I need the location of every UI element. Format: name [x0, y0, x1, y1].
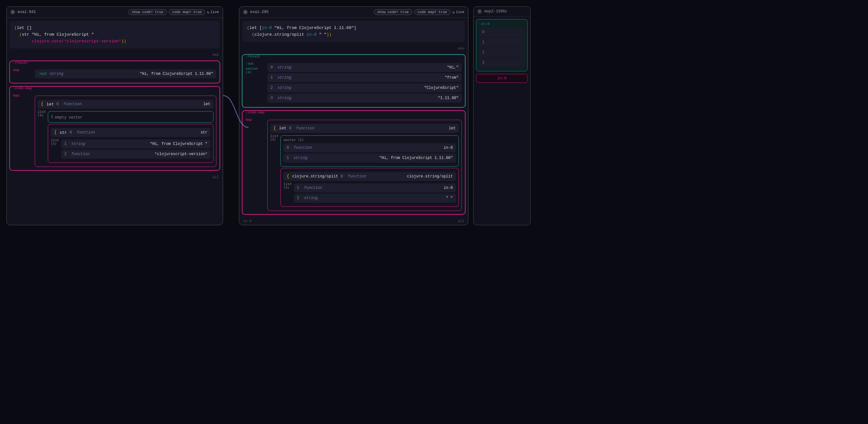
out-keyword-1: :out [38, 72, 47, 76]
str-row0-type: function [76, 130, 99, 135]
result-label-1: :result [13, 61, 28, 65]
panel-header-2: × eval-295 show code? true code map? tru… [239, 7, 468, 18]
in0-badge-3: in-0 [478, 76, 525, 80]
code-map-sublabel-2: map [246, 118, 265, 122]
code-line-3: clojure.core/*clojurescript-version*)) [14, 38, 215, 45]
panel-eval-941: × eval-941 show code? true code map? tru… [6, 6, 223, 225]
show-code-badge-1[interactable]: show code? true [128, 9, 167, 15]
result-section-2: :result :out vector (4) 0 string "Hi," 1… [242, 54, 466, 108]
result-label-2: :result [246, 55, 260, 58]
code-map-badge-2[interactable]: code map? true [414, 9, 451, 15]
panel-title-1: eval-941 [18, 10, 36, 14]
code-map-inner-2: ( let 0 function let list (3) [267, 120, 462, 211]
str-row2: 2 function *clojurescript-version* [61, 150, 211, 159]
split-row1: 1 function in-0 [294, 184, 456, 192]
let-header-row-1: ( let 0 function let [38, 100, 214, 109]
panel-badges-2: show code? true code map? true ↻ live [374, 9, 464, 15]
code-map-badge-1[interactable]: code map? true [169, 9, 205, 15]
code-line-2-1: (let [in-0 "Hi, from ClojureScript 1.11.… [247, 25, 460, 32]
in0-label-3: :in-0 [479, 22, 525, 26]
result-row-0: 0 string "Hi," [267, 63, 462, 72]
vector-box-2: vector (2) 0 function in-0 [280, 135, 459, 167]
panel-map2: × map2-1996c :in-0 0 1 2 3 in-0 [473, 6, 531, 225]
code-map-sublabel-1: map [13, 94, 32, 97]
show-code-badge-2[interactable]: show code? true [374, 9, 412, 15]
str-row0-index: 0 [69, 130, 74, 135]
result-row-3: 3 string "1.11.60" [267, 94, 462, 103]
empty-vector-label-1: empty vector [55, 115, 83, 120]
code-area-2: (let [in-0 "Hi, from ClojureScript 1.11.… [243, 21, 465, 42]
code-line-2: (str "Hi, from ClojureScript " [14, 32, 215, 38]
code-map-inner-1: ( let 0 function let list (3) [35, 96, 216, 167]
str-row1: 1 string "Hi, from ClojureScript " [61, 139, 211, 149]
result-rows-2: 0 string "Hi," 1 string "from" 2 string … [267, 63, 462, 103]
result-row-1: 1 string "from" [267, 73, 462, 82]
panel-title-3: map2-1996c [484, 9, 507, 14]
code-area-1: (let [] (str "Hi, from ClojureScript " c… [10, 21, 220, 48]
panel-header-3: × map2-1996c [473, 7, 530, 17]
out-type-1: string [50, 72, 72, 76]
result-vector-label-2: vector [246, 67, 265, 71]
panel-footer-2: in-0 all [239, 217, 468, 225]
code-line-2-2: (clojure.string/split in-0 " ")) [247, 32, 460, 38]
live-badge-1[interactable]: ↻ live [207, 10, 219, 14]
v-row0: 0 function in-0 [283, 143, 456, 152]
close-button-3[interactable]: × [477, 9, 482, 14]
split-row2: 2 string " " [294, 194, 456, 203]
teal-mini-box-3: :in-0 0 1 2 3 [476, 19, 528, 71]
map-label-2: map [239, 45, 468, 52]
panel-eval-295: × eval-295 show code? true code map? tru… [239, 6, 468, 225]
close-button-2[interactable]: × [243, 10, 248, 14]
code-map-section-2: :code-map map ( let 0 function let [242, 110, 466, 215]
out-value-1: "Hi, from ClojureScript 1.11.60" [140, 72, 213, 76]
let-row0-index: 0 [56, 102, 61, 106]
pink-mini-box-3: in-0 [476, 74, 528, 83]
result-out-row-1: :out string "Hi, from ClojureScript 1.11… [35, 69, 216, 78]
result-out-2: :out [246, 62, 265, 66]
live-badge-2[interactable]: ↻ live [453, 10, 464, 14]
str-row0-value: str [200, 130, 208, 135]
code-map-label-1: :code-map [13, 86, 32, 90]
map-label-1: map [7, 52, 223, 58]
let-header-row-2: ( let 0 function let [270, 124, 459, 133]
result-section-1: :result map :out string "Hi, from Clojur… [9, 61, 220, 84]
panel-title-2: eval-295 [250, 10, 269, 14]
let-row0-type: function [63, 102, 86, 106]
vector-index-1: 1 [51, 114, 53, 119]
str-box-1: ( str 0 function str list [48, 124, 214, 163]
list-count-1: (3) [38, 114, 46, 117]
result-vector-count-2: (4) [246, 71, 265, 74]
v-row1: 1 string "Hi, from ClojureScript 1.11.60… [283, 154, 456, 162]
panel-badges-1: show code? true code map? true ↻ live [128, 9, 219, 15]
result-map-label-1: map [13, 68, 32, 72]
mini-row-0: 0 [479, 28, 525, 37]
str-header-row-1: ( str 0 function str [51, 128, 211, 137]
close-button-1[interactable]: × [10, 10, 15, 14]
refresh-icon-1: ↻ [207, 10, 209, 14]
code-line-1: (let [] [14, 25, 215, 32]
mini-row-2: 2 [479, 48, 525, 57]
mini-row-1: 1 [479, 38, 525, 47]
split-box-2: ( clojure.string/split 0 function clojur… [280, 168, 459, 207]
let-row0-value: let [203, 102, 210, 106]
code-map-section-1: :code-map map ( let 0 function let [9, 86, 220, 171]
vector-box-1: 1 empty vector [48, 111, 214, 123]
split-header-row-2: ( clojure.string/split 0 function clojur… [283, 172, 456, 181]
workspace: × eval-941 show code? true code map? tru… [6, 6, 862, 225]
refresh-icon-2: ↻ [453, 10, 455, 14]
result-row-2: 2 string "ClojureScript" [267, 84, 462, 92]
list-label-1: list [38, 110, 46, 114]
code-map-label-2: :code-map [246, 110, 265, 115]
panel-header-1: × eval-941 show code? true code map? tru… [7, 7, 223, 18]
panel-footer-1: all [7, 173, 223, 181]
mini-row-3: 3 [479, 58, 525, 67]
